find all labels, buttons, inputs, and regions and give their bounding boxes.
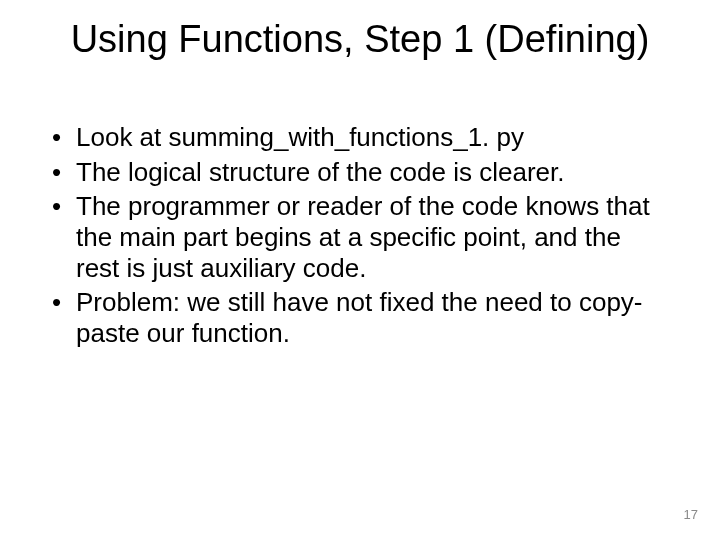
list-item: The logical structure of the code is cle… [50, 157, 670, 188]
list-item: The programmer or reader of the code kno… [50, 191, 670, 283]
list-item: Problem: we still have not fixed the nee… [50, 287, 670, 348]
slide-body: Look at summing_with_functions_1. py The… [50, 122, 670, 353]
slide-title: Using Functions, Step 1 (Defining) [0, 18, 720, 61]
list-item: Look at summing_with_functions_1. py [50, 122, 670, 153]
bullet-list: Look at summing_with_functions_1. py The… [50, 122, 670, 349]
slide: Using Functions, Step 1 (Defining) Look … [0, 0, 720, 540]
page-number: 17 [684, 507, 698, 522]
